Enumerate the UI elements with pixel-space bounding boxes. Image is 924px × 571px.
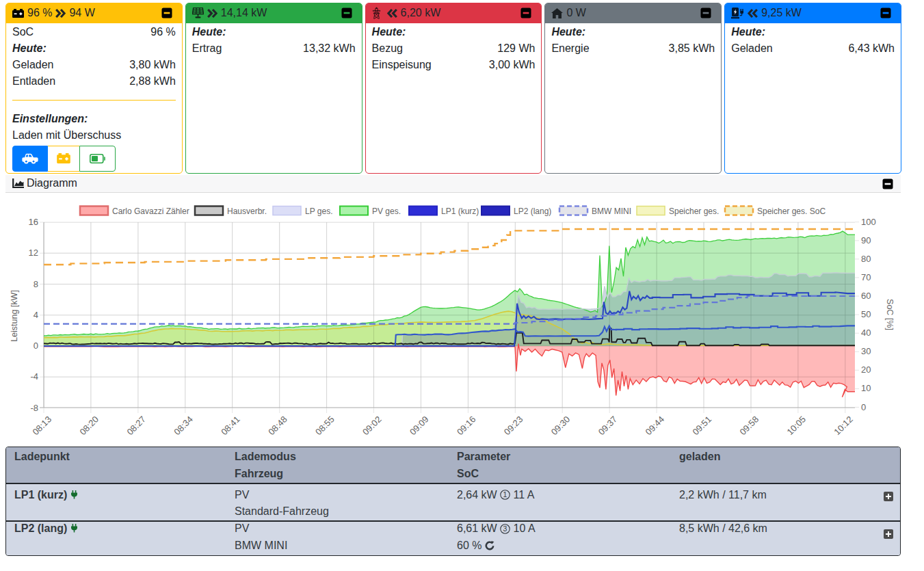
svg-text:-8: -8 — [30, 403, 38, 413]
svg-text:09:58: 09:58 — [738, 414, 761, 438]
svg-text:BMW MINI: BMW MINI — [592, 207, 631, 216]
svg-text:90: 90 — [861, 235, 871, 245]
svg-text:70: 70 — [861, 272, 871, 282]
svg-text:08:41: 08:41 — [219, 414, 242, 438]
svg-text:10:05: 10:05 — [784, 414, 808, 438]
svg-text:50: 50 — [861, 309, 871, 319]
svg-text:08:13: 08:13 — [31, 414, 54, 438]
svg-text:Speicher ges. SoC: Speicher ges. SoC — [757, 207, 826, 216]
svg-text:09:09: 09:09 — [408, 414, 431, 438]
svg-text:Carlo Gavazzi Zähler: Carlo Gavazzi Zähler — [112, 207, 189, 216]
svg-text:60: 60 — [861, 291, 871, 301]
svg-text:4: 4 — [34, 310, 38, 320]
svg-text:0: 0 — [861, 402, 866, 412]
svg-text:10:12: 10:12 — [832, 414, 855, 438]
svg-text:16: 16 — [29, 217, 38, 227]
svg-text:Speicher ges.: Speicher ges. — [669, 207, 719, 216]
svg-text:09:44: 09:44 — [644, 414, 667, 438]
svg-text:1: 1 — [503, 490, 507, 499]
svg-text:12: 12 — [29, 248, 38, 258]
svg-text:08:34: 08:34 — [172, 414, 195, 438]
svg-text:8: 8 — [34, 279, 38, 289]
svg-text:08:48: 08:48 — [266, 414, 289, 438]
svg-text:LP ges.: LP ges. — [305, 207, 332, 216]
svg-text:80: 80 — [861, 254, 871, 264]
svg-text:30: 30 — [861, 346, 871, 356]
svg-text:08:27: 08:27 — [124, 414, 148, 438]
svg-text:40: 40 — [861, 328, 871, 338]
svg-text:10: 10 — [861, 383, 871, 393]
svg-text:3: 3 — [503, 524, 507, 533]
svg-text:PV ges.: PV ges. — [372, 207, 401, 216]
svg-text:09:51: 09:51 — [691, 414, 714, 438]
svg-text:08:20: 08:20 — [77, 414, 101, 438]
svg-text:08:55: 08:55 — [313, 414, 336, 438]
svg-text:-4: -4 — [30, 371, 38, 382]
svg-text:100: 100 — [861, 217, 876, 227]
svg-text:09:30: 09:30 — [549, 414, 572, 438]
svg-text:0: 0 — [34, 341, 38, 351]
svg-text:20: 20 — [861, 364, 871, 375]
svg-text:09:02: 09:02 — [360, 414, 384, 438]
svg-text:Hausverbr.: Hausverbr. — [227, 207, 267, 216]
svg-text:LP1 (kurz): LP1 (kurz) — [441, 207, 479, 216]
svg-text:09:16: 09:16 — [455, 414, 478, 438]
svg-text:Leistung [kW]: Leistung [kW] — [10, 290, 19, 342]
svg-text:09:23: 09:23 — [502, 414, 525, 438]
svg-text:09:37: 09:37 — [596, 414, 620, 438]
svg-text:SoC [%]: SoC [%] — [885, 299, 895, 330]
svg-text:LP2 (lang): LP2 (lang) — [514, 207, 551, 216]
